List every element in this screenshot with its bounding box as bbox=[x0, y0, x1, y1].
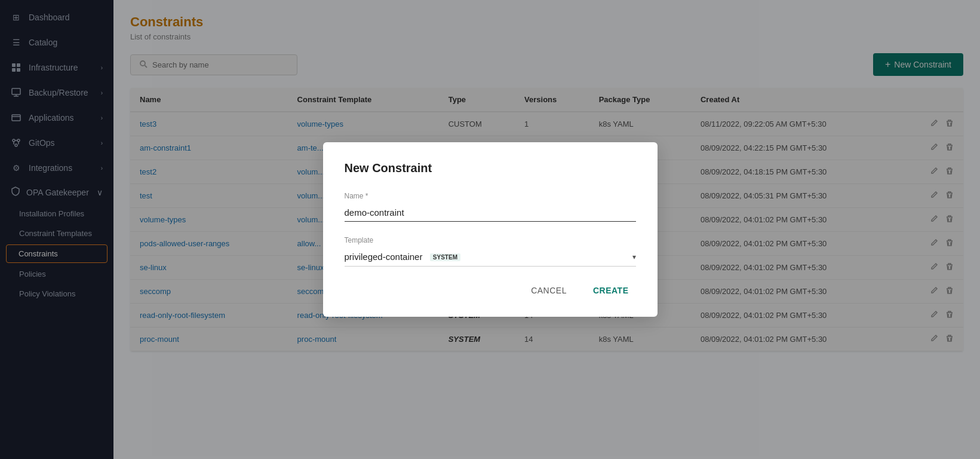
cancel-button[interactable]: CANCEL bbox=[524, 281, 574, 300]
new-constraint-modal: New Constraint Name * Template privilege… bbox=[323, 142, 658, 317]
modal-actions: CANCEL CREATE bbox=[345, 281, 636, 300]
template-badge: SYSTEM bbox=[430, 253, 460, 261]
modal-overlay: New Constraint Name * Template privilege… bbox=[0, 0, 980, 459]
name-field: Name * bbox=[345, 192, 636, 222]
name-label: Name * bbox=[345, 192, 636, 200]
template-value: privileged-container bbox=[345, 252, 423, 262]
template-label: Template bbox=[345, 236, 636, 244]
template-field: Template privileged-container SYSTEM ▾ bbox=[345, 236, 636, 267]
modal-title: New Constraint bbox=[345, 161, 636, 175]
dropdown-arrow-icon: ▾ bbox=[632, 253, 636, 261]
name-input[interactable] bbox=[345, 204, 636, 222]
template-select[interactable]: privileged-container SYSTEM ▾ bbox=[345, 248, 636, 267]
create-button[interactable]: CREATE bbox=[586, 281, 636, 300]
